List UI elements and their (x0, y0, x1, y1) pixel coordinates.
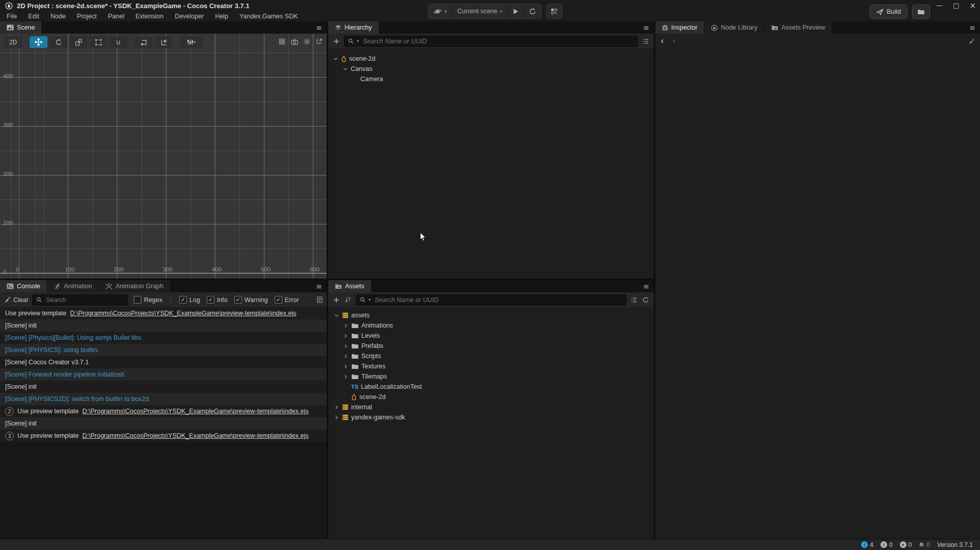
chevron-right-icon[interactable] (342, 364, 349, 369)
chevron-right-icon[interactable] (333, 415, 339, 420)
tab-assets[interactable]: Assets (328, 280, 371, 292)
hierarchy-node-camera[interactable]: Camera (328, 74, 654, 84)
rotate-tool-button[interactable] (50, 36, 67, 48)
add-node-icon[interactable] (332, 38, 340, 44)
align-tool-button[interactable] (155, 36, 173, 48)
menu-item-file[interactable]: File (1, 11, 22, 21)
chevron-right-icon[interactable] (333, 405, 339, 410)
tab-console[interactable]: Console (0, 280, 47, 292)
mode-2d-toggle[interactable]: 2D (4, 36, 22, 48)
list-view-icon[interactable] (630, 297, 638, 303)
asset-item-yandex-games-sdk[interactable]: yandex-games-sdk (328, 412, 654, 422)
refresh-preview-button[interactable] (524, 5, 541, 18)
menu-item-yandex-games-sdk[interactable]: Yandex.Games SDK (234, 11, 303, 21)
chevron-right-icon[interactable] (342, 344, 349, 348)
tab-inspector[interactable]: Inspector (655, 21, 704, 34)
chevron-right-icon[interactable] (342, 374, 349, 379)
preview-qr-button[interactable] (546, 4, 562, 19)
asset-item-assets[interactable]: assets (328, 310, 654, 320)
menu-item-panel[interactable]: Panel (103, 11, 130, 21)
chevron-right-icon[interactable] (342, 323, 349, 328)
panel-menu-icon[interactable]: ≡ (639, 280, 654, 292)
console-message-list[interactable]: Use preview template D:\Programms\CocosP… (0, 307, 327, 539)
clear-console-button[interactable]: Clear (4, 296, 29, 304)
menu-item-node[interactable]: Node (45, 11, 71, 21)
maximize-button[interactable]: □ (953, 1, 959, 10)
console-message[interactable]: [Scene] [Physics][Bullet]: Using asmjs B… (0, 332, 327, 344)
menu-item-developer[interactable]: Developer (169, 11, 209, 21)
console-message[interactable]: 2Use preview template D:\Programms\Cocos… (0, 405, 327, 417)
tab-hierarchy[interactable]: Hierarchy (328, 21, 379, 34)
console-message[interactable]: [Scene] [PHYSICS]: using builtin. (0, 344, 327, 356)
assets-search-input[interactable] (374, 296, 622, 304)
snap-tool-button[interactable] (135, 36, 153, 48)
asset-item-internal[interactable]: internal (328, 402, 654, 412)
console-message[interactable]: Use preview template D:\Programms\CocosP… (0, 307, 327, 319)
console-message[interactable]: [Scene] init (0, 319, 327, 332)
sort-icon[interactable] (344, 297, 352, 303)
chevron-right-icon[interactable] (342, 334, 349, 338)
pin-icon[interactable] (969, 38, 975, 44)
hierarchy-search-input[interactable] (362, 37, 634, 45)
console-message[interactable]: [Scene] [PHYSICS2D]: switch from builtin… (0, 393, 327, 405)
tab-animation-graph[interactable]: Animation Graph (99, 280, 170, 292)
log-file-icon[interactable] (317, 296, 323, 303)
expand-icon[interactable] (316, 38, 323, 45)
chevron-down-icon[interactable] (333, 313, 339, 318)
hierarchy-node-canvas[interactable]: Canvas (328, 64, 654, 74)
scale-tool-button[interactable] (69, 36, 87, 48)
status-counter-warning[interactable]: !0 (880, 541, 893, 548)
nav-forward-icon[interactable]: › (672, 37, 676, 45)
close-button[interactable]: × (969, 1, 976, 10)
console-message[interactable]: [Scene] init (0, 381, 327, 393)
asset-item-scene-2d[interactable]: scene-2d (328, 392, 654, 402)
asset-item-levels[interactable]: Levels (328, 331, 654, 341)
asset-item-scripts[interactable]: Scripts (328, 351, 654, 361)
console-message[interactable]: [Scene] Cocos Creator v3.7.1 (0, 356, 327, 368)
gizmo-settings-button[interactable] (180, 36, 203, 48)
filter-error[interactable]: ✓Error (275, 296, 299, 304)
asset-item-prefabs[interactable]: Prefabs (328, 341, 654, 351)
anchor-tool-button[interactable]: ∪ (109, 36, 127, 48)
tab-scene[interactable]: Scene (0, 21, 41, 34)
build-button[interactable]: Build (870, 5, 908, 19)
minimize-button[interactable]: — (936, 1, 943, 10)
panel-menu-icon[interactable]: ≡ (639, 21, 654, 34)
message-link[interactable]: D:\Programms\CocosProjects\YSDK_ExampleG… (82, 432, 308, 439)
menu-item-extension[interactable]: Extension (130, 11, 169, 21)
asset-item-labellocalizationtest[interactable]: TSLabelLocalizationTest (328, 382, 654, 392)
message-link[interactable]: D:\Programms\CocosProjects\YSDK_ExampleG… (82, 408, 308, 415)
menu-item-help[interactable]: Help (209, 11, 234, 21)
console-message[interactable]: 3Use preview template D:\Programms\Cocos… (0, 430, 327, 442)
open-build-folder-button[interactable] (912, 5, 930, 19)
console-message[interactable]: [Scene] init (0, 417, 327, 430)
console-search-input[interactable] (45, 296, 130, 304)
list-view-icon[interactable] (642, 39, 650, 44)
scene-selector-dropdown[interactable]: Current scene ▾ (452, 5, 507, 18)
move-tool-button[interactable] (30, 36, 47, 48)
panel-menu-icon[interactable]: ≡ (311, 21, 327, 34)
console-message[interactable]: [Scene] Forward render pipeline initiali… (0, 368, 327, 381)
menu-item-project[interactable]: Project (71, 11, 103, 21)
tab-node-library[interactable]: Node Library (704, 21, 764, 34)
hierarchy-node-scene-2d[interactable]: scene-2d (328, 54, 654, 64)
status-counter-bell[interactable]: 0 (919, 541, 930, 548)
play-button[interactable] (508, 5, 524, 18)
panel-menu-icon[interactable]: ≡ (311, 280, 327, 292)
chevron-down-icon[interactable] (332, 57, 338, 61)
gear-icon[interactable] (304, 38, 310, 45)
message-link[interactable]: D:\Programms\CocosProjects\YSDK_ExampleG… (70, 310, 296, 317)
panel-menu-icon[interactable]: ≡ (965, 21, 980, 34)
chevron-right-icon[interactable] (342, 354, 349, 359)
add-asset-icon[interactable] (332, 297, 340, 303)
refresh-assets-icon[interactable] (642, 297, 650, 303)
asset-item-tilemaps[interactable]: Tilemaps (328, 371, 654, 382)
grid-toggle-icon[interactable] (279, 38, 285, 45)
filter-info[interactable]: ✓Info (207, 296, 228, 304)
tab-animation[interactable]: Animation (47, 280, 99, 292)
filter-regex[interactable]: Regex (134, 296, 162, 304)
preview-device-button[interactable]: ▾ (428, 5, 452, 18)
asset-item-animations[interactable]: Animations (328, 320, 654, 331)
chevron-down-icon[interactable] (342, 67, 348, 71)
tab-assets-preview[interactable]: Assets Preview (765, 21, 831, 34)
